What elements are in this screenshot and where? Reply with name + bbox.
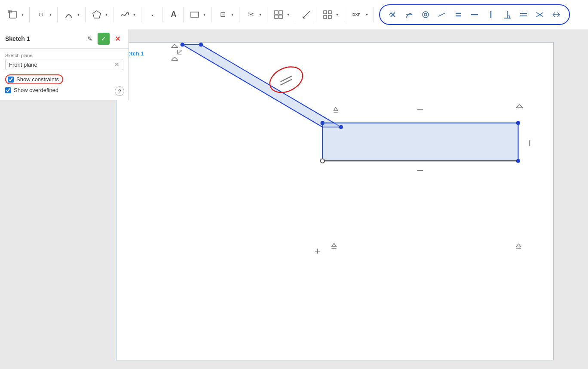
svg-line-58 bbox=[175, 57, 178, 61]
dxf-tool-button[interactable]: DXF bbox=[348, 7, 365, 22]
select-tool-dropdown[interactable]: ▾ bbox=[21, 7, 28, 22]
rect-tool-button[interactable] bbox=[187, 7, 202, 22]
toolbar-group-construction: ⊡ ▾ bbox=[213, 7, 239, 22]
svg-line-57 bbox=[171, 57, 175, 61]
panel-title: Sketch 1 bbox=[5, 35, 30, 42]
parallel-constraint-symbol bbox=[280, 76, 292, 85]
toolbar-group-arc: ▾ bbox=[59, 7, 86, 22]
show-constraints-label: Show constraints bbox=[16, 76, 59, 83]
construction-tool-dropdown[interactable]: ▾ bbox=[231, 7, 237, 22]
construction-tool-button[interactable]: ⊡ bbox=[215, 7, 230, 22]
constraint-midpoint-bottom bbox=[315, 249, 320, 254]
panel-header-icons: ✎ ✓ ✕ bbox=[84, 33, 123, 45]
svg-line-64 bbox=[516, 105, 520, 108]
constraint-perpendicular-1 bbox=[171, 44, 178, 48]
constraint-sym-2 bbox=[516, 244, 521, 249]
vertical-constraint-button[interactable] bbox=[483, 7, 499, 22]
toolbar-group-rect: ▾ bbox=[185, 7, 211, 22]
arc-tool-button[interactable] bbox=[61, 7, 77, 22]
horizontal-constraint-button[interactable] bbox=[467, 7, 482, 22]
equal-constraint-button[interactable] bbox=[450, 7, 466, 22]
sketch-plane-field[interactable]: Front plane ✕ bbox=[5, 59, 123, 70]
parallel-constraint-button[interactable] bbox=[516, 7, 531, 22]
polygon-tool-button[interactable] bbox=[89, 7, 104, 22]
edit-sketch-button[interactable]: ✎ bbox=[84, 33, 96, 45]
perpendicular-constraint-button[interactable] bbox=[499, 7, 515, 22]
clear-sketch-plane-icon[interactable]: ✕ bbox=[114, 61, 119, 68]
help-button[interactable]: ? bbox=[115, 86, 124, 96]
circle-tool-button[interactable]: ○ bbox=[33, 7, 49, 22]
show-constraints-checkbox[interactable] bbox=[8, 77, 14, 83]
sketch-plane-label: Sketch plane bbox=[5, 53, 123, 58]
pattern-tool-dropdown[interactable]: ▾ bbox=[287, 7, 293, 22]
toolbar-group-dxf: DXF ▾ bbox=[346, 7, 374, 22]
svg-line-69 bbox=[331, 243, 334, 247]
grid-tool-dropdown[interactable]: ▾ bbox=[336, 7, 342, 22]
svg-point-47 bbox=[339, 125, 343, 129]
svg-point-49 bbox=[516, 159, 521, 163]
show-overdefined-row: Show overdefined bbox=[5, 87, 123, 93]
tangent-constraint-button[interactable] bbox=[401, 7, 417, 22]
cancel-sketch-button[interactable]: ✕ bbox=[111, 33, 123, 45]
text-tool-button[interactable]: A bbox=[166, 7, 181, 22]
svg-line-77 bbox=[280, 76, 292, 82]
sketch-geometry-svg bbox=[116, 43, 553, 360]
svg-line-8 bbox=[303, 11, 310, 18]
svg-line-17 bbox=[389, 13, 391, 15]
toolbar-group-pattern: ▾ bbox=[269, 7, 295, 22]
svg-line-60 bbox=[334, 107, 336, 111]
arc-tool-dropdown[interactable]: ▾ bbox=[77, 7, 83, 22]
svg-point-20 bbox=[424, 13, 427, 16]
svg-line-70 bbox=[334, 243, 337, 247]
select-tool-button[interactable] bbox=[5, 7, 21, 22]
svg-line-54 bbox=[178, 50, 182, 54]
svg-rect-14 bbox=[328, 15, 331, 18]
spline-tool-dropdown[interactable]: ▾ bbox=[133, 7, 139, 22]
dxf-tool-dropdown[interactable]: ▾ bbox=[366, 7, 372, 22]
svg-point-45 bbox=[199, 43, 203, 47]
svg-rect-0 bbox=[9, 11, 16, 18]
constraint-sym-1 bbox=[331, 243, 337, 249]
concentric-constraint-button[interactable] bbox=[418, 7, 433, 22]
spline-tool-button[interactable] bbox=[117, 7, 132, 22]
svg-point-46 bbox=[320, 121, 325, 125]
polygon-tool-dropdown[interactable]: ▾ bbox=[105, 7, 111, 22]
confirm-sketch-button[interactable]: ✓ bbox=[98, 33, 110, 45]
svg-line-65 bbox=[519, 105, 523, 108]
trim-tool-dropdown[interactable]: ▾ bbox=[259, 7, 265, 22]
sketch-plane-value: Front plane bbox=[9, 62, 37, 68]
point-tool-button[interactable]: · bbox=[145, 7, 160, 22]
svg-line-51 bbox=[171, 44, 175, 48]
symmetric-constraint-button[interactable] bbox=[548, 7, 564, 22]
svg-line-61 bbox=[336, 107, 338, 111]
grid-tool-button[interactable] bbox=[320, 7, 335, 22]
toolbar-group-polygon: ▾ bbox=[87, 7, 113, 22]
toolbar-group-select: ▾ bbox=[3, 7, 30, 22]
show-overdefined-checkbox[interactable] bbox=[5, 87, 11, 93]
svg-rect-11 bbox=[324, 11, 327, 14]
pattern-tool-button[interactable] bbox=[271, 7, 286, 22]
rect-tool-dropdown[interactable]: ▾ bbox=[203, 7, 209, 22]
svg-marker-38 bbox=[182, 45, 341, 127]
svg-rect-7 bbox=[279, 15, 282, 18]
trim-tool-button[interactable]: ✂ bbox=[243, 7, 258, 22]
toolbar-group-grid: ▾ bbox=[318, 7, 344, 22]
show-overdefined-label: Show overdefined bbox=[14, 87, 58, 93]
fix-constraint-button[interactable] bbox=[385, 7, 401, 22]
svg-rect-13 bbox=[324, 15, 327, 18]
midpoint-constraint-button[interactable] bbox=[532, 7, 548, 22]
svg-marker-2 bbox=[93, 11, 101, 18]
main-toolbar: ▾ ○ ▾ ▾ ▾ ▾ · A ▾ ⊡ bbox=[0, 0, 588, 29]
circle-tool-dropdown[interactable]: ▾ bbox=[49, 7, 55, 22]
constraint-perpendicular-2 bbox=[178, 50, 182, 54]
measure-tool-button[interactable] bbox=[299, 7, 314, 22]
svg-point-44 bbox=[181, 43, 185, 47]
toolbar-group-trim: ✂ ▾ bbox=[241, 7, 267, 22]
svg-rect-4 bbox=[275, 11, 278, 14]
panel-body: Sketch plane Front plane ✕ Show constrai… bbox=[0, 49, 129, 100]
svg-rect-3 bbox=[191, 12, 199, 17]
collinear-constraint-button[interactable] bbox=[434, 7, 450, 22]
constraint-coincident-1 bbox=[171, 57, 178, 61]
sketch-panel: Sketch 1 ✎ ✓ ✕ Sketch plane Front plane … bbox=[0, 29, 129, 100]
svg-point-50 bbox=[320, 159, 325, 163]
